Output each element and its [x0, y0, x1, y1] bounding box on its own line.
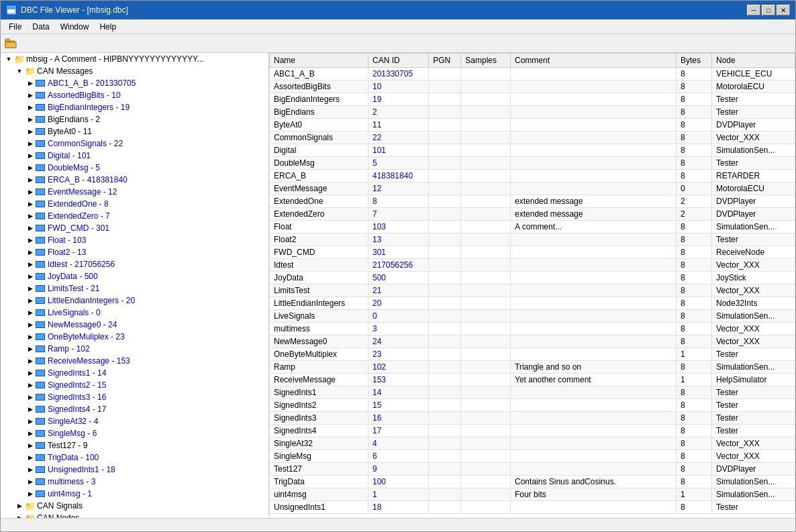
tree-item-expand[interactable]: ▶ [25, 476, 36, 487]
tree-item-expand[interactable]: ▶ [25, 416, 36, 427]
tree-item[interactable]: ▶ ReceiveMessage - 153 [1, 355, 268, 367]
tree-item-expand[interactable]: ▶ [25, 464, 36, 475]
tree-item[interactable]: ▶ SignedInts1 - 14 [1, 367, 268, 379]
table-row[interactable]: Digital 101 8 SimulationSen... [270, 144, 795, 157]
tree-item-expand[interactable]: ▶ [25, 440, 36, 451]
table-row[interactable]: FWD_CMD 301 8 ReceiveNode [270, 246, 795, 259]
table-row[interactable]: JoyData 500 8 JoyStick [270, 272, 795, 284]
tree-item-expand[interactable]: ▶ [25, 114, 36, 125]
tree-item-expand[interactable]: ▶ [25, 259, 36, 270]
tree-item[interactable]: ▶ JoyData - 500 [1, 270, 268, 282]
tree-item[interactable]: ▶ UnsignedInts1 - 18 [1, 464, 268, 476]
tree-item[interactable]: ▶ LittleEndianIntegers - 20 [1, 295, 268, 307]
can-signals-expand-icon[interactable]: ▶ [14, 500, 25, 511]
tree-item-expand[interactable]: ▶ [25, 452, 36, 463]
tree-item[interactable]: ▶ ERCA_B - 418381840 [1, 174, 268, 186]
tree-item[interactable]: ▶ OneByteMuliplex - 23 [1, 331, 268, 343]
menu-window[interactable]: Window [55, 21, 95, 33]
tree-item-expand[interactable]: ▶ [25, 368, 36, 378]
menu-file[interactable]: File [3, 21, 27, 33]
tree-item[interactable]: ▶ LimitsTest - 21 [1, 282, 268, 295]
tree-item[interactable]: ▶ CommonSignals - 22 [1, 138, 268, 150]
tree-item-expand[interactable]: ▶ [25, 356, 36, 366]
tree-item[interactable]: ▶ ExtendedZero - 7 [1, 210, 268, 222]
tree-root-item[interactable]: ▼ 📁 mbsig - A Comment - HIPBNYYYYYYYYYYY… [1, 53, 268, 65]
tree-item[interactable]: ▶ NewMessage0 - 24 [1, 319, 268, 331]
tree-item-expand[interactable]: ▶ [25, 295, 36, 306]
table-row[interactable]: EventMessage 12 0 MotorolaECU [270, 182, 795, 195]
tree-item-expand[interactable]: ▶ [25, 223, 36, 233]
table-row[interactable]: ERCA_B 418381840 8 RETARDER [270, 170, 795, 182]
tree-item-expand[interactable]: ▶ [25, 331, 36, 342]
table-row[interactable]: Test127 9 8 DVDPlayer [270, 463, 795, 476]
minimize-button[interactable]: ─ [747, 5, 760, 15]
table-row[interactable]: UnsignedInts1 18 8 Tester [270, 501, 795, 514]
tree-item-expand[interactable]: ▶ [25, 102, 36, 113]
tree-item[interactable]: ▶ BigEndians - 2 [1, 113, 268, 125]
table-row[interactable]: SingleMsg 6 8 Vector_XXX [270, 450, 795, 463]
tree-item[interactable]: ▶ TrigData - 100 [1, 451, 268, 464]
tree-item[interactable]: ▶ ByteAt0 - 11 [1, 125, 268, 138]
tree-item-expand[interactable]: ▶ [25, 235, 36, 246]
table-row[interactable]: BigEndianIntegers 19 8 Tester [270, 93, 795, 106]
table-row[interactable]: LimitsTest 21 8 Vector_XXX [270, 284, 795, 297]
tree-item[interactable]: ▶ Digital - 101 [1, 150, 268, 162]
tree-item-expand[interactable]: ▶ [25, 162, 36, 173]
tree-item-expand[interactable]: ▶ [25, 187, 36, 197]
table-row[interactable]: Ramp 102 Triangle and so on 8 Simulation… [270, 361, 795, 374]
tree-item[interactable]: ▶ DoubleMsg - 5 [1, 162, 268, 174]
close-button[interactable]: ✕ [777, 5, 790, 15]
tree-item-expand[interactable]: ▶ [25, 211, 36, 221]
tree-item-expand[interactable]: ▶ [25, 392, 36, 403]
table-row[interactable]: ExtendedZero 7 extended message 2 DVDPla… [270, 208, 795, 221]
table-row[interactable]: ReceiveMessage 153 Yet another comment 1… [270, 374, 795, 386]
tree-item-expand[interactable]: ▶ [25, 174, 36, 185]
tree-item-expand[interactable]: ▶ [25, 380, 36, 390]
tree-item[interactable]: ▶ SignedInts2 - 15 [1, 379, 268, 391]
tree-item-expand[interactable]: ▶ [25, 488, 36, 499]
tree-item-expand[interactable]: ▶ [25, 247, 36, 258]
table-row[interactable]: SignedInts2 15 8 Tester [270, 399, 795, 412]
table-row[interactable]: Float 103 A comment... 8 SimulationSen..… [270, 221, 795, 233]
menu-data[interactable]: Data [27, 21, 54, 33]
table-row[interactable]: ExtendedOne 8 extended message 2 DVDPlay… [270, 195, 795, 208]
tree-item-expand[interactable]: ▶ [25, 319, 36, 330]
table-row[interactable]: ABC1_A_B 201330705 8 VEHICLE_ECU [270, 68, 795, 81]
tree-item-expand[interactable]: ▶ [25, 428, 36, 439]
table-row[interactable]: uint4msg 1 Four bits 1 SimulationSen... [270, 488, 795, 501]
table-row[interactable]: ByteAt0 11 8 DVDPlayer [270, 119, 795, 131]
tree-item-expand[interactable]: ▶ [25, 404, 36, 415]
table-row[interactable]: AssortedBigBits 10 8 MotorolaECU [270, 81, 795, 93]
tree-item-expand[interactable]: ▶ [25, 283, 36, 294]
tree-item-expand[interactable]: ▶ [25, 307, 36, 318]
tree-item-expand[interactable]: ▶ [25, 150, 36, 161]
table-row[interactable]: SignedInts4 17 8 Tester [270, 425, 795, 437]
tree-item-expand[interactable]: ▶ [25, 199, 36, 209]
tree-item[interactable]: ▶ FWD_CMD - 301 [1, 222, 268, 234]
tree-item[interactable]: ▶ Idtest - 217056256 [1, 258, 268, 270]
tree-item-expand[interactable]: ▶ [25, 138, 36, 149]
tree-can-signals-group[interactable]: ▶ 📁 CAN Signals [1, 500, 268, 512]
table-row[interactable]: OneByteMultiplex 23 1 Tester [270, 348, 795, 361]
table-row[interactable]: TrigData 100 Contains Sinus andCosinus. … [270, 476, 795, 488]
table-row[interactable]: LiveSignals 0 8 SimulationSen... [270, 310, 795, 323]
tree-item[interactable]: ▶ LiveSignals - 0 [1, 307, 268, 319]
tree-item-expand[interactable]: ▶ [25, 343, 36, 354]
tree-item[interactable]: ▶ ExtendedOne - 8 [1, 198, 268, 210]
table-row[interactable]: NewMessage0 24 8 Vector_XXX [270, 335, 795, 348]
tree-item[interactable]: ▶ SignedInts3 - 16 [1, 391, 268, 403]
tree-item-expand[interactable]: ▶ [25, 90, 36, 101]
tree-item[interactable]: ▶ Test127 - 9 [1, 439, 268, 451]
tree-item[interactable]: ▶ SingleMsg - 6 [1, 427, 268, 439]
tree-item[interactable]: ▶ SingleAt32 - 4 [1, 415, 268, 427]
toolbar-open-button[interactable] [3, 36, 18, 51]
tree-item[interactable]: ▶ EventMessage - 12 [1, 186, 268, 198]
tree-item[interactable]: ▶ ABC1_A_B - 201330705 [1, 77, 268, 89]
tree-item[interactable]: ▶ multimess - 3 [1, 476, 268, 488]
tree-item-expand[interactable]: ▶ [25, 78, 36, 89]
tree-item-expand[interactable]: ▶ [25, 126, 36, 137]
root-expand-icon[interactable]: ▼ [3, 54, 14, 64]
maximize-button[interactable]: □ [762, 5, 775, 15]
table-row[interactable]: DoubleMsg 5 8 Tester [270, 157, 795, 170]
tree-can-messages-group[interactable]: ▼ 📁 CAN Messages [1, 65, 268, 77]
